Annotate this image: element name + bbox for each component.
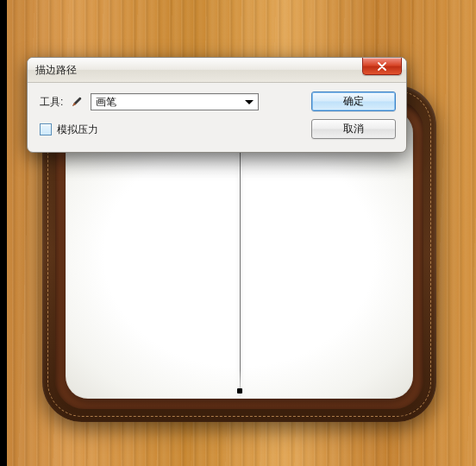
dialog-title: 描边路径 [35, 63, 77, 78]
button-column: 确定 取消 [311, 91, 396, 140]
form-column: 工具: 画笔 模拟压力 [40, 91, 303, 140]
chevron-down-icon [245, 100, 254, 104]
simulate-pressure-checkbox[interactable] [40, 123, 52, 135]
tool-dropdown-value: 画笔 [96, 95, 116, 110]
dialog-body: 工具: 画笔 模拟压力 [28, 83, 406, 152]
ok-button-label: 确定 [343, 94, 364, 109]
cancel-button[interactable]: 取消 [311, 119, 396, 139]
ok-button[interactable]: 确定 [311, 91, 396, 111]
tool-label: 工具: [40, 95, 63, 110]
path-anchor-point [237, 388, 242, 394]
pressure-row: 模拟压力 [40, 119, 303, 140]
tool-dropdown[interactable]: 画笔 [91, 93, 259, 110]
tool-row: 工具: 画笔 [40, 91, 303, 112]
stroke-path-dialog: 描边路径 工具: 画笔 [27, 57, 407, 153]
left-edge-strip [0, 0, 7, 466]
brush-icon [68, 93, 85, 110]
cancel-button-label: 取消 [343, 122, 364, 136]
dialog-titlebar[interactable]: 描边路径 [28, 58, 406, 83]
close-icon [377, 62, 387, 71]
page-center-fold [240, 110, 241, 399]
desktop-background: 描边路径 工具: 画笔 [0, 0, 476, 466]
simulate-pressure-label: 模拟压力 [57, 123, 98, 137]
notebook-page [66, 110, 413, 399]
close-button[interactable] [362, 57, 402, 75]
